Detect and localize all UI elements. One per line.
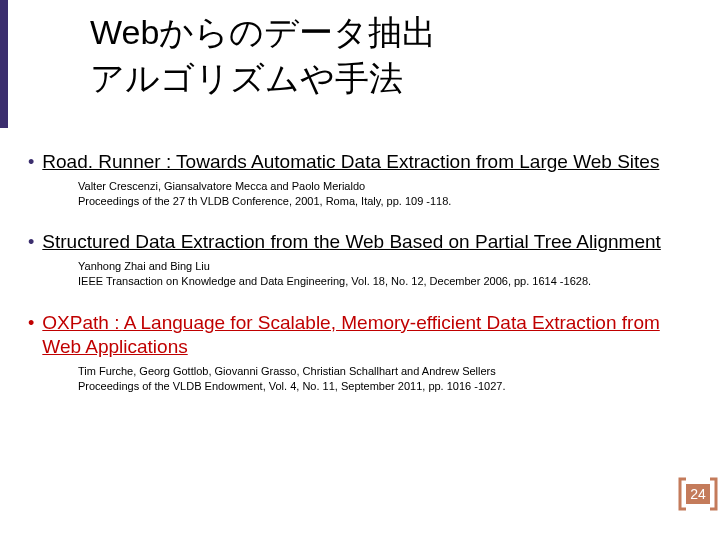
paper-citation: Yanhong Zhai and Bing Liu IEEE Transacti… [78,259,692,289]
paper-title: Structured Data Extraction from the Web … [42,230,692,255]
paper-venue: Proceedings of the 27 th VLDB Conference… [78,195,451,207]
paper-authors: Yanhong Zhai and Bing Liu [78,260,210,272]
paper-venue: IEEE Transaction on Knowledge and Data E… [78,275,591,287]
paper-item: • OXPath : A Language for Scalable, Memo… [28,311,692,394]
slide-title: Webからのデータ抽出 アルゴリズムや手法 [90,10,680,102]
paper-citation: Tim Furche, Georg Gottlob, Giovanni Gras… [78,364,692,394]
bullet-icon: • [28,311,34,335]
paper-item: • Structured Data Extraction from the We… [28,230,692,288]
content-area: • Road. Runner : Towards Automatic Data … [28,150,692,416]
paper-title: Road. Runner : Towards Automatic Data Ex… [42,150,692,175]
paper-citation: Valter Crescenzi, Giansalvatore Mecca an… [78,179,692,209]
bullet-icon: • [28,150,34,174]
page-number: 24 [686,484,710,504]
accent-bar [0,0,8,128]
paper-authors: Tim Furche, Georg Gottlob, Giovanni Gras… [78,365,496,377]
page-number-badge: 24 [676,476,720,512]
paper-title-highlighted: OXPath : A Language for Scalable, Memory… [42,311,692,360]
paper-authors: Valter Crescenzi, Giansalvatore Mecca an… [78,180,365,192]
paper-venue: Proceedings of the VLDB Endowment, Vol. … [78,380,505,392]
paper-item: • Road. Runner : Towards Automatic Data … [28,150,692,208]
title-line-1: Webからのデータ抽出 [90,13,436,51]
bullet-icon: • [28,230,34,254]
title-line-2: アルゴリズムや手法 [90,59,403,97]
